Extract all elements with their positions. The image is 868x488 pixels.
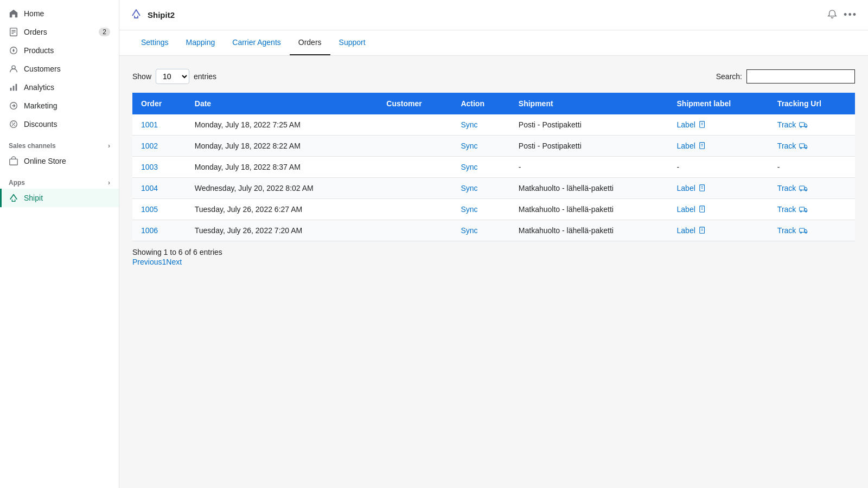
sync-link[interactable]: Sync bbox=[461, 226, 477, 235]
label-link[interactable]: Label bbox=[677, 184, 706, 192]
apps-chevron[interactable]: › bbox=[108, 179, 110, 187]
tab-carrier-agents[interactable]: Carrier Agents bbox=[224, 30, 289, 55]
topbar: Shipit2 ••• bbox=[119, 0, 868, 30]
search-input[interactable] bbox=[746, 69, 855, 84]
products-icon bbox=[9, 46, 18, 55]
entries-select[interactable]: 10 25 50 100 bbox=[156, 69, 189, 84]
pagination-links: Previous1Next bbox=[132, 258, 182, 266]
shipment-label-cell: Label bbox=[668, 178, 769, 199]
orders-icon bbox=[9, 27, 18, 37]
analytics-icon bbox=[9, 82, 18, 92]
sidebar-item-shipit[interactable]: Shipit bbox=[0, 189, 119, 207]
search-box: Search: bbox=[716, 69, 855, 84]
action-cell: Sync bbox=[452, 114, 509, 136]
bell-icon[interactable] bbox=[827, 9, 837, 21]
svg-rect-14 bbox=[10, 159, 17, 165]
sync-link[interactable]: Sync bbox=[461, 163, 477, 171]
track-link[interactable]: Track bbox=[777, 120, 808, 129]
track-link[interactable]: Track bbox=[777, 226, 808, 235]
order-link[interactable]: 1002 bbox=[141, 142, 158, 150]
table-row: 1002Monday, July 18, 2022 8:22 AMSyncPos… bbox=[132, 136, 855, 157]
col-customer: Customer bbox=[378, 93, 452, 114]
sidebar-item-online-store[interactable]: Online Store bbox=[0, 152, 119, 170]
sidebar-item-marketing[interactable]: Marketing bbox=[0, 97, 119, 115]
tab-settings[interactable]: Settings bbox=[132, 30, 177, 55]
shipment-cell: Posti - Postipaketti bbox=[510, 114, 668, 136]
col-order: Order bbox=[132, 93, 186, 114]
sidebar-item-products[interactable]: Products bbox=[0, 41, 119, 60]
tracking-url-cell: Track bbox=[769, 114, 855, 136]
main-content: Shipit2 ••• Settings Mapping Carrier Age… bbox=[119, 0, 868, 488]
tab-mapping[interactable]: Mapping bbox=[177, 30, 224, 55]
store-icon bbox=[9, 156, 18, 166]
label-link[interactable]: Label bbox=[677, 120, 706, 129]
order-link[interactable]: 1005 bbox=[141, 205, 158, 214]
app-logo-icon bbox=[130, 8, 142, 22]
next-link[interactable]: Next bbox=[166, 258, 182, 266]
customer-cell bbox=[378, 178, 452, 199]
action-cell: Sync bbox=[452, 178, 509, 199]
pagination-separator: 1 bbox=[162, 258, 166, 266]
shipment-cell: Matkahuolto - lähellä-paketti bbox=[510, 220, 668, 241]
tab-support[interactable]: Support bbox=[330, 30, 374, 55]
sales-channels-chevron[interactable]: › bbox=[108, 142, 110, 150]
action-cell: Sync bbox=[452, 136, 509, 157]
label-link[interactable]: Label bbox=[677, 142, 706, 150]
action-cell: Sync bbox=[452, 220, 509, 241]
home-icon bbox=[9, 9, 18, 18]
sales-channels-section: Sales channels › bbox=[0, 133, 119, 152]
tracking-url-cell: Track bbox=[769, 199, 855, 220]
order-link[interactable]: 1004 bbox=[141, 184, 158, 192]
apps-section: Apps › bbox=[0, 170, 119, 189]
order-cell: 1004 bbox=[132, 178, 186, 199]
sync-link[interactable]: Sync bbox=[461, 184, 477, 192]
track-link[interactable]: Track bbox=[777, 142, 808, 150]
pagination-info: Showing 1 to 6 of 6 entries bbox=[132, 248, 855, 256]
order-cell: 1003 bbox=[132, 157, 186, 178]
sync-link[interactable]: Sync bbox=[461, 120, 477, 129]
previous-link[interactable]: Previous bbox=[132, 258, 162, 266]
date-cell: Wednesday, July 20, 2022 8:02 AM bbox=[186, 178, 378, 199]
search-label: Search: bbox=[716, 72, 742, 81]
label-link[interactable]: Label bbox=[677, 205, 706, 214]
table-header-row: Order Date Customer Action Shipment Ship… bbox=[132, 93, 855, 114]
more-icon[interactable]: ••• bbox=[844, 9, 857, 21]
order-cell: 1001 bbox=[132, 114, 186, 136]
svg-rect-6 bbox=[10, 88, 12, 91]
label-link[interactable]: Label bbox=[677, 226, 706, 235]
sidebar-item-customers[interactable]: Customers bbox=[0, 60, 119, 78]
date-cell: Monday, July 18, 2022 8:37 AM bbox=[186, 157, 378, 178]
table-row: 1006Tuesday, July 26, 2022 7:20 AMSyncMa… bbox=[132, 220, 855, 241]
sync-link[interactable]: Sync bbox=[461, 142, 477, 150]
shipment-label-cell: - bbox=[668, 157, 769, 178]
svg-point-31 bbox=[800, 190, 802, 191]
show-entries: Show 10 25 50 100 entries bbox=[132, 69, 216, 84]
sidebar-item-analytics[interactable]: Analytics bbox=[0, 78, 119, 97]
order-link[interactable]: 1001 bbox=[141, 120, 158, 129]
svg-rect-30 bbox=[800, 186, 805, 190]
marketing-icon bbox=[9, 101, 18, 111]
shipment-label-cell: Label bbox=[668, 199, 769, 220]
topbar-actions: ••• bbox=[827, 9, 857, 21]
shipment-label-cell: Label bbox=[668, 220, 769, 241]
sync-link[interactable]: Sync bbox=[461, 205, 477, 214]
action-cell: Sync bbox=[452, 199, 509, 220]
col-shipment-label: Shipment label bbox=[668, 93, 769, 114]
customers-icon bbox=[9, 64, 18, 74]
order-link[interactable]: 1003 bbox=[141, 163, 158, 171]
sidebar-item-discounts[interactable]: Discounts bbox=[0, 115, 119, 133]
track-link[interactable]: Track bbox=[777, 205, 808, 214]
shipit-icon bbox=[9, 193, 18, 203]
col-date: Date bbox=[186, 93, 378, 114]
tab-orders[interactable]: Orders bbox=[290, 30, 330, 55]
orders-badge: 2 bbox=[99, 28, 110, 36]
customer-cell bbox=[378, 199, 452, 220]
sidebar-item-orders[interactable]: Orders 2 bbox=[0, 23, 119, 41]
tracking-url-cell: Track bbox=[769, 178, 855, 199]
date-cell: Monday, July 18, 2022 8:22 AM bbox=[186, 136, 378, 157]
order-cell: 1002 bbox=[132, 136, 186, 157]
order-link[interactable]: 1006 bbox=[141, 226, 158, 235]
sidebar-item-home[interactable]: Home bbox=[0, 4, 119, 23]
track-link[interactable]: Track bbox=[777, 184, 808, 192]
table-row: 1004Wednesday, July 20, 2022 8:02 AMSync… bbox=[132, 178, 855, 199]
